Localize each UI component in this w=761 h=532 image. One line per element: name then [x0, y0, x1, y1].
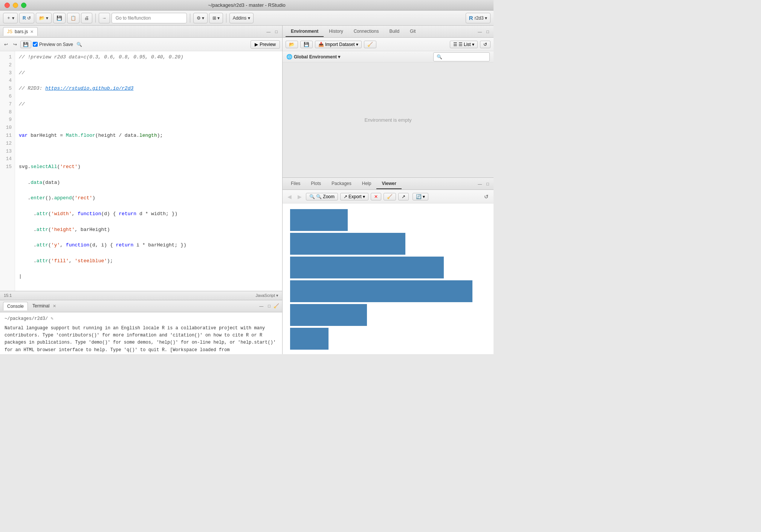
new-file-dropdown[interactable]: ▾ — [12, 15, 14, 21]
terminal-tab[interactable]: Terminal ✕ — [29, 302, 60, 310]
files-tab-plots[interactable]: Plots — [306, 179, 326, 189]
list-label: ☰ List ▾ — [458, 42, 474, 47]
env-maximize-btn[interactable]: □ — [485, 29, 491, 35]
editor-minimize-btn[interactable]: — — [265, 29, 272, 35]
print-icon: 🖨 — [84, 15, 89, 21]
language-selector[interactable]: JavaScript ▾ — [256, 293, 278, 298]
zoom-btn[interactable]: 🔍 🔍 Zoom — [306, 193, 338, 200]
export-btn[interactable]: ↗ Export ▾ — [340, 193, 368, 200]
code-editor[interactable]: 12345 678910 1112131415 // !preview r2d3… — [0, 51, 282, 291]
editor-tab-close[interactable]: ✕ — [30, 29, 34, 34]
traffic-lights[interactable] — [5, 3, 26, 8]
env-tab-connections[interactable]: Connections — [348, 26, 384, 37]
bar-2 — [290, 233, 405, 255]
env-tab-bar: Environment History Connections Build Gi… — [283, 26, 494, 38]
viewer-forward-btn[interactable]: ▶ — [296, 193, 304, 201]
separator-2 — [190, 14, 190, 23]
save-all-button[interactable]: 💾 — [53, 13, 66, 23]
files-tab-packages[interactable]: Packages — [326, 179, 357, 189]
grid-dropdown[interactable]: ▾ — [217, 15, 220, 21]
viewer-back-btn[interactable]: ◀ — [286, 193, 293, 201]
search-btn[interactable]: 🔍 — [75, 41, 84, 48]
preview-on-save-text: Preview on Save — [39, 42, 73, 47]
open-external-btn[interactable]: ↗ — [398, 193, 409, 200]
globe-icon: 🌐 — [286, 54, 292, 60]
close-button[interactable] — [5, 3, 10, 8]
env-minimize-btn[interactable]: — — [476, 29, 483, 35]
open-dropdown[interactable]: ▾ — [46, 15, 48, 21]
addins-button[interactable]: Addins ▾ — [229, 13, 254, 23]
grid-button[interactable]: ⊞ ▾ — [209, 13, 223, 23]
r-project-icon: R — [469, 15, 473, 21]
save-copy-button[interactable]: 📋 — [67, 13, 79, 23]
env-tab-build[interactable]: Build — [384, 26, 405, 37]
env-tab-environment[interactable]: Environment — [286, 26, 324, 37]
sync-dropdown[interactable]: ▾ — [423, 194, 425, 199]
addins-label: Addins ▾ — [233, 15, 250, 21]
env-tab-git[interactable]: Git — [405, 26, 421, 37]
export-label: Export ▾ — [348, 194, 365, 199]
list-view-btn[interactable]: ☰ ☰ List ▾ — [450, 41, 478, 48]
files-tab-help[interactable]: Help — [357, 179, 377, 189]
console-minimize-btn[interactable]: — — [258, 303, 265, 309]
console-clear-btn[interactable]: 🧹 — [274, 303, 279, 309]
open-file-button[interactable]: 📂 ▾ — [36, 13, 52, 23]
redo-btn[interactable]: ↪ — [11, 41, 19, 48]
global-env-label[interactable]: Global Environment ▾ — [294, 54, 340, 60]
refresh-viewer-icon: ↺ — [484, 194, 489, 200]
save-env-btn[interactable]: 💾 — [300, 41, 313, 48]
editor-tab-bars-js[interactable]: JS bars.js ✕ — [3, 27, 38, 36]
bar-5 — [290, 304, 367, 326]
files-tab-viewer[interactable]: Viewer — [376, 179, 401, 189]
console-area: Console Terminal ✕ — □ 🧹 ~/packages/r2d3… — [0, 300, 282, 354]
new-file-button[interactable]: ＋ ▾ — [3, 13, 18, 23]
preview-btn[interactable]: ▶ Preview — [251, 40, 280, 49]
preview-on-save-checkbox[interactable] — [33, 42, 38, 47]
minimize-button[interactable] — [13, 3, 18, 8]
files-minimize-btn[interactable]: — — [476, 181, 483, 187]
separator-3 — [226, 14, 226, 23]
files-maximize-btn[interactable]: □ — [485, 181, 491, 187]
preview-on-save-label[interactable]: Preview on Save — [33, 42, 73, 47]
refresh-env-btn[interactable]: ↺ — [480, 41, 491, 48]
console-content[interactable]: ~/packages/r2d3/ ✎ Natural language supp… — [0, 312, 282, 354]
tools-dropdown[interactable]: ▾ — [202, 15, 204, 21]
clear-viewer-btn[interactable]: 🧹 — [384, 193, 396, 200]
line-numbers: 12345 678910 1112131415 — [0, 51, 15, 291]
bar-6 — [290, 328, 329, 350]
environment-panel: Environment History Connections Build Gi… — [283, 26, 494, 178]
save-file-btn[interactable]: 💾 — [20, 41, 31, 48]
console-tab[interactable]: Console — [3, 302, 28, 310]
files-tab-bar: Files Plots Packages Help Viewer — □ — [283, 178, 494, 190]
r-project-button[interactable]: R r2d3 ▾ — [466, 13, 491, 23]
navigate-forward-button[interactable]: → — [99, 13, 110, 23]
console-tab-label: Console — [7, 304, 24, 309]
files-toolbar: ◀ ▶ 🔍 🔍 Zoom ↗ Export ▾ ✕ 🧹 ↗ — [283, 190, 494, 203]
sync-btn[interactable]: 🔄 ▾ — [413, 193, 428, 200]
terminal-tab-label: Terminal — [32, 303, 49, 309]
open-env-btn[interactable]: 📂 — [286, 41, 298, 48]
bar-1 — [290, 209, 348, 231]
refresh-r-button[interactable]: R ↺ — [19, 13, 34, 23]
undo-btn[interactable]: ↩ — [2, 41, 10, 48]
console-maximize-btn[interactable]: □ — [266, 303, 272, 309]
stop-btn[interactable]: ✕ — [371, 193, 381, 200]
goto-input[interactable] — [112, 13, 187, 23]
env-tab-history[interactable]: History — [324, 26, 348, 37]
refresh-viewer-btn[interactable]: ↺ — [482, 193, 491, 201]
clear-env-btn[interactable]: 🧹 — [364, 41, 376, 48]
tools-button[interactable]: ⚙ ▾ — [193, 13, 208, 23]
print-button[interactable]: 🖨 — [81, 13, 92, 23]
code-content[interactable]: // !preview r2d3 data=c(0.3, 0.6, 0.8, 0… — [15, 51, 282, 291]
files-panel-controls: — □ — [476, 181, 491, 187]
env-search[interactable] — [433, 52, 490, 61]
console-tab-bar: Console Terminal ✕ — □ 🧹 — [0, 300, 282, 312]
forward-icon: → — [102, 15, 107, 21]
env-empty-message: Environment is empty — [283, 63, 494, 177]
editor-maximize-btn[interactable]: □ — [274, 29, 279, 35]
terminal-close-icon[interactable]: ✕ — [53, 304, 56, 308]
maximize-button[interactable] — [21, 3, 26, 8]
files-tab-files[interactable]: Files — [286, 179, 306, 189]
import-dataset-btn[interactable]: 📥 Import Dataset ▾ — [315, 41, 362, 48]
right-panel: Environment History Connections Build Gi… — [283, 26, 494, 354]
